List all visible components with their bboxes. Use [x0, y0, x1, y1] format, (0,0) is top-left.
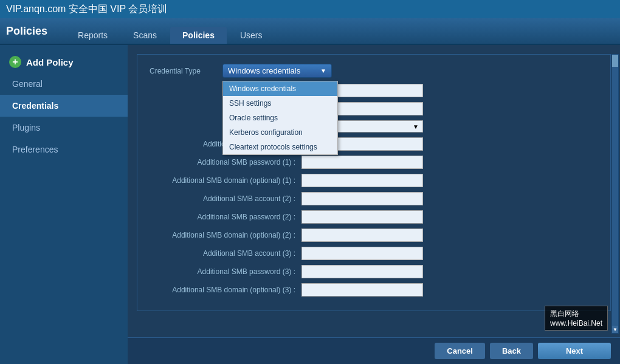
tab-policies[interactable]: Policies: [170, 27, 227, 44]
form-row-smb-type: SMB password type : Password ▼: [150, 120, 598, 132]
sidebar: + Add Policy General Credentials Plugins…: [0, 45, 128, 364]
smb-password-2-input[interactable]: [301, 210, 423, 224]
top-banner: VIP.anqn.com 安全中国 VIP 会员培训: [0, 0, 620, 18]
smb-password-2-label: Additional SMB password (2) :: [150, 213, 301, 221]
credential-type-row: Credential Type Windows credentials ▼ Wi…: [150, 64, 598, 78]
smb-account-3-label: Additional SMB account (3) :: [150, 249, 301, 258]
form-row-smb-account-3: Additional SMB account (3) :: [150, 247, 598, 260]
cancel-button[interactable]: Cancel: [435, 343, 485, 359]
form-row-2: [150, 102, 598, 115]
dropdown-item-kerberos[interactable]: Kerberos configuration: [223, 125, 337, 140]
smb-account-3-input[interactable]: [301, 247, 423, 260]
credential-type-value: Windows credentials: [228, 66, 300, 75]
smb-password-3-label: Additional SMB password (3) :: [150, 267, 301, 276]
add-policy-header[interactable]: + Add Policy: [0, 51, 128, 73]
tab-reports[interactable]: Reports: [66, 27, 120, 44]
chevron-down-icon: ▼: [320, 67, 326, 74]
add-policy-icon: +: [9, 56, 21, 68]
form-row-smb-password-3: Additional SMB password (3) :: [150, 265, 598, 278]
main-content: + Add Policy General Credentials Plugins…: [0, 45, 620, 364]
smb-password-1-label: Additional SMB password (1) :: [150, 158, 301, 167]
banner-text: VIP.anqn.com 安全中国 VIP 会员培训: [6, 3, 167, 16]
next-button[interactable]: Next: [538, 343, 611, 359]
tab-scans[interactable]: Scans: [121, 27, 169, 44]
smb-domain-3-input[interactable]: [301, 283, 423, 297]
smb-domain-3-label: Additional SMB domain (optional) (3) :: [150, 286, 301, 294]
form-row-smb-account-2: Additional SMB account (2) :: [150, 192, 598, 205]
dropdown-item-windows[interactable]: Windows credentials: [223, 81, 337, 96]
smb-password-1-input[interactable]: [301, 156, 423, 169]
sidebar-item-preferences[interactable]: Preferences: [0, 139, 128, 160]
nav-bar: Policies Reports Scans Policies Users: [0, 18, 620, 45]
credential-type-label: Credential Type: [150, 67, 222, 75]
smb-domain-2-label: Additional SMB domain (optional) (2) :: [150, 231, 301, 239]
form-row-smb-domain-2: Additional SMB domain (optional) (2) :: [150, 228, 598, 242]
tab-users[interactable]: Users: [228, 27, 275, 44]
form-container: Credential Type Windows credentials ▼ Wi…: [137, 54, 611, 311]
form-row-smb-domain-1: Additional SMB domain (optional) (1) :: [150, 174, 598, 187]
smb-account-2-input[interactable]: [301, 192, 423, 205]
smb-chevron-icon: ▼: [413, 123, 419, 130]
sidebar-item-plugins[interactable]: Plugins: [0, 117, 128, 139]
nav-title: Policies: [6, 25, 47, 38]
sidebar-item-credentials[interactable]: Credentials: [0, 95, 128, 117]
right-panel: Credential Type Windows credentials ▼ Wi…: [128, 45, 620, 364]
dropdown-item-ssh[interactable]: SSH settings: [223, 96, 337, 111]
form-row-smb-domain-3: Additional SMB domain (optional) (3) :: [150, 283, 598, 297]
form-row-1: [150, 84, 598, 97]
watermark-line1: 黑白网络: [550, 309, 602, 319]
dropdown-item-cleartext[interactable]: Cleartext protocols settings: [223, 140, 337, 154]
form-row-smb-password-2: Additional SMB password (2) :: [150, 210, 598, 224]
form-row-smb-account-1: Additional SMB account (1) :: [150, 137, 598, 151]
form-row-smb-password-1: Additional SMB password (1) :: [150, 156, 598, 169]
smb-domain-1-input[interactable]: [301, 174, 423, 187]
scroll-thumb[interactable]: [612, 55, 618, 67]
watermark-line2: www.HeiBai.Net: [550, 319, 602, 328]
scroll-down-arrow[interactable]: ▼: [612, 326, 618, 333]
scrollbar[interactable]: ▲ ▼: [611, 54, 619, 334]
smb-domain-2-input[interactable]: [301, 228, 423, 242]
smb-domain-1-label: Additional SMB domain (optional) (1) :: [150, 176, 301, 185]
watermark: 黑白网络 www.HeiBai.Net: [545, 306, 608, 331]
smb-password-3-input[interactable]: [301, 265, 423, 278]
credential-type-dropdown: Windows credentials SSH settings Oracle …: [222, 81, 338, 155]
add-policy-label: Add Policy: [26, 57, 74, 67]
credential-type-select[interactable]: Windows credentials ▼: [222, 64, 332, 78]
nav-tabs: Reports Scans Policies Users: [66, 18, 275, 44]
dropdown-item-oracle[interactable]: Oracle settings: [223, 111, 337, 125]
back-button[interactable]: Back: [490, 343, 533, 359]
sidebar-item-general[interactable]: General: [0, 73, 128, 95]
footer-bar: Cancel Back Next: [128, 337, 620, 364]
smb-account-2-label: Additional SMB account (2) :: [150, 194, 301, 203]
